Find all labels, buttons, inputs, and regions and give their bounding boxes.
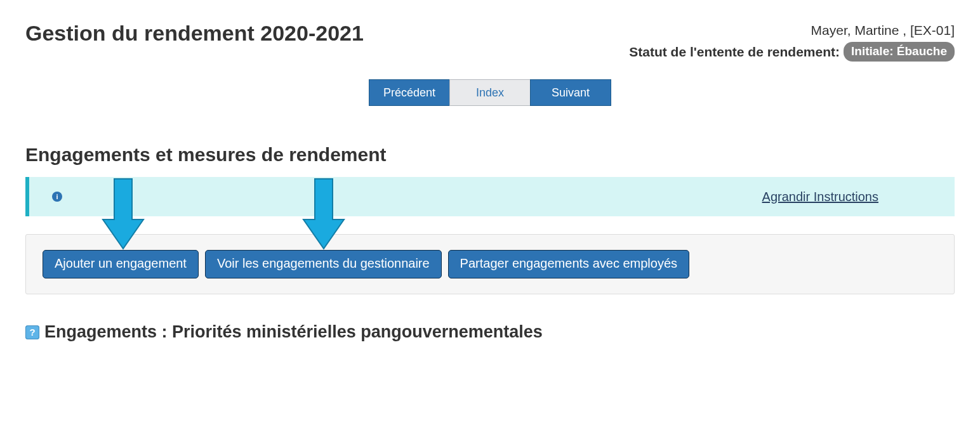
status-label: Statut de l'entente de rendement: bbox=[629, 42, 840, 62]
prev-button[interactable]: Précédent bbox=[369, 79, 450, 106]
subsection-heading: Engagements : Priorités ministérielles p… bbox=[44, 322, 543, 342]
view-manager-commitments-button[interactable]: Voir les engagements du gestionnaire bbox=[205, 250, 442, 278]
page-title: Gestion du rendement 2020-2021 bbox=[25, 20, 364, 46]
user-display: Mayer, Martine , [EX-01] bbox=[629, 20, 955, 41]
instructions-banner: i Agrandir Instructions bbox=[25, 177, 955, 216]
help-icon[interactable]: ? bbox=[25, 325, 39, 339]
header-user-status: Mayer, Martine , [EX-01] Statut de l'ent… bbox=[629, 20, 955, 62]
action-bar: Ajouter un engagement Voir les engagemen… bbox=[25, 234, 955, 294]
status-line: Statut de l'entente de rendement: Initia… bbox=[629, 42, 955, 62]
pager-nav: Précédent Index Suivant bbox=[25, 79, 955, 106]
section-heading: Engagements et mesures de rendement bbox=[25, 144, 955, 166]
expand-instructions-link[interactable]: Agrandir Instructions bbox=[762, 190, 878, 204]
share-with-employees-button[interactable]: Partager engagements avec employés bbox=[448, 250, 689, 278]
subsection-row: ? Engagements : Priorités ministérielles… bbox=[25, 322, 955, 342]
next-button[interactable]: Suivant bbox=[530, 79, 611, 106]
add-commitment-button[interactable]: Ajouter un engagement bbox=[43, 250, 199, 278]
status-badge: Initiale: Ébauche bbox=[844, 42, 955, 62]
info-icon: i bbox=[52, 192, 62, 202]
page-header: Gestion du rendement 2020-2021 Mayer, Ma… bbox=[25, 20, 955, 62]
index-button[interactable]: Index bbox=[449, 79, 531, 106]
